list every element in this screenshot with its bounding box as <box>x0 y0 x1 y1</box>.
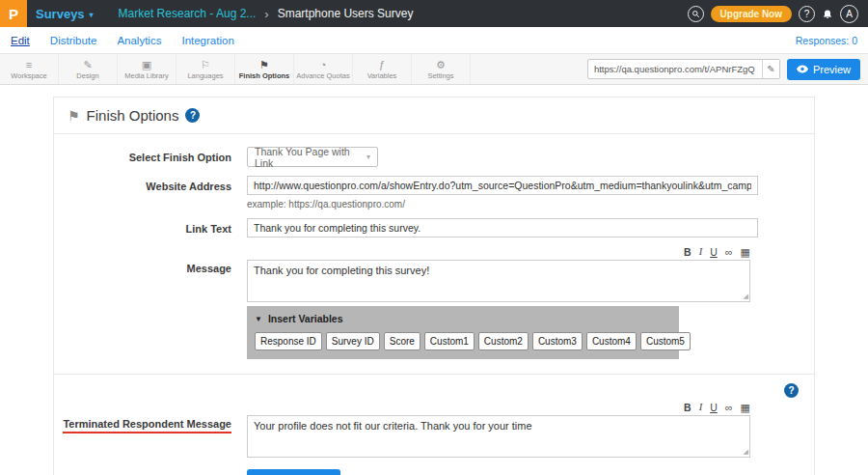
caret-down-icon: ▼ <box>255 315 262 323</box>
finish-options-help-icon[interactable]: ? <box>185 108 200 123</box>
toolbar-item-label: Workspace <box>11 71 46 80</box>
website-address-label: Website Address <box>54 176 243 210</box>
finish-option-row: Select Finish Option Thank You Page with… <box>54 147 814 167</box>
survey-url-input[interactable] <box>587 59 780 79</box>
page-title: Finish Options <box>87 107 179 124</box>
toolbar-item-languages[interactable]: ⚐ Languages <box>176 54 235 84</box>
save-row-spacer <box>54 466 243 475</box>
terminated-message-row: Terminated Respondent Message B I U ∞ ▦ … <box>54 402 814 458</box>
settings-icon: ⚙ <box>436 59 446 70</box>
link-icon[interactable]: ∞ <box>725 246 733 258</box>
link-icon[interactable]: ∞ <box>725 402 733 413</box>
toolbar-item-settings[interactable]: ⚙ Settings <box>412 54 471 84</box>
underline-button[interactable]: U <box>710 402 718 413</box>
media-library-icon: ▣ <box>142 59 151 70</box>
toolbar-item-label: Media Library <box>124 71 168 80</box>
finish-option-label: Select Finish Option <box>54 147 243 167</box>
topbar: P Surveys ▾ Market Research - Aug 2... ›… <box>0 0 868 27</box>
tab-analytics[interactable]: Analytics <box>117 35 161 46</box>
variable-button-score[interactable]: Score <box>384 332 420 350</box>
breadcrumb-parent[interactable]: Market Research - Aug 2... <box>119 7 257 20</box>
bold-button[interactable]: B <box>684 402 692 413</box>
variable-button-custom3[interactable]: Custom3 <box>532 332 583 350</box>
panel-header: ⚑ Finish Options ? <box>54 98 814 134</box>
breadcrumb-current: Smartphone Users Survey <box>278 7 414 20</box>
message-row: Message B I U ∞ ▦ Thank you for completi… <box>54 246 814 359</box>
variable-button-custom4[interactable]: Custom4 <box>586 332 637 350</box>
tab-edit[interactable]: Edit <box>11 35 30 46</box>
terminated-message-textarea[interactable]: Your profile does not fit our criteria. … <box>247 415 750 458</box>
avatar[interactable]: A <box>840 5 858 23</box>
variable-button-custom2[interactable]: Custom2 <box>478 332 529 350</box>
save-row: Save Changes <box>54 466 814 475</box>
breadcrumb-separator-icon: › <box>264 7 268 21</box>
toolbar-item-design[interactable]: ✎ Design <box>59 54 118 84</box>
finish-option-dropdown[interactable]: Thank You Page with Link ▾ <box>247 147 378 167</box>
preview-button[interactable]: Preview <box>787 59 860 80</box>
image-icon[interactable]: ▦ <box>741 402 750 413</box>
terminated-message-label-text: Terminated Respondent Message <box>63 418 231 433</box>
link-text-input[interactable] <box>247 218 758 238</box>
toolbar-item-variables[interactable]: ƒ Variables <box>353 54 412 84</box>
website-address-row: Website Address example: https://qa.ques… <box>54 176 814 210</box>
message-editor-toolbar: B I U ∞ ▦ <box>247 246 750 258</box>
bold-button[interactable]: B <box>684 246 692 258</box>
toolbar-item-advance-quotas[interactable]: ◔ Advance Quotas <box>294 54 353 84</box>
edit-toolbar: ≡ Workspace ✎ Design ▣ Media Library ⚐ L… <box>0 53 868 85</box>
product-switcher[interactable]: Surveys ▾ <box>36 7 94 21</box>
toolbar-item-workspace[interactable]: ≡ Workspace <box>0 54 59 84</box>
design-icon: ✎ <box>83 59 92 70</box>
website-address-helper: example: https://qa.questionpro.com/ <box>247 199 758 210</box>
topbar-actions: Upgrade Now ? A <box>688 5 868 23</box>
eye-icon <box>797 65 808 73</box>
finish-options-icon: ⚑ <box>259 59 269 70</box>
languages-icon: ⚐ <box>201 59 210 70</box>
upgrade-now-button[interactable]: Upgrade Now <box>711 6 792 22</box>
italic-button[interactable]: I <box>699 402 703 413</box>
product-label: Surveys <box>36 7 85 21</box>
responses-count[interactable]: Responses: 0 <box>796 35 857 46</box>
toolbar-item-label: Finish Options <box>239 71 290 80</box>
toolbar-item-media-library[interactable]: ▣ Media Library <box>118 54 176 84</box>
variable-button-survey-id[interactable]: Survey ID <box>326 332 380 350</box>
help-icon[interactable]: ? <box>799 6 815 22</box>
insert-variables-toggle[interactable]: ▼ Insert Variables <box>255 313 671 324</box>
resize-handle-icon[interactable]: ◢ <box>744 448 748 456</box>
edit-url-pencil-icon[interactable]: ✎ <box>762 60 779 78</box>
variable-button-response-id[interactable]: Response ID <box>255 332 322 350</box>
variables-icon: ƒ <box>379 59 385 70</box>
insert-variables-panel: ▼ Insert Variables Response ID Survey ID… <box>247 306 679 359</box>
toolbar-item-finish-options[interactable]: ⚑ Finish Options <box>235 54 294 84</box>
preview-label: Preview <box>813 64 851 75</box>
variable-button-custom1[interactable]: Custom1 <box>424 332 475 350</box>
finish-flag-icon: ⚑ <box>68 108 80 124</box>
toolbar-right: ✎ Preview <box>587 54 868 84</box>
search-icon[interactable] <box>688 6 704 22</box>
terminated-help-icon[interactable]: ? <box>784 383 799 398</box>
tab-distribute[interactable]: Distribute <box>50 35 97 46</box>
underline-button[interactable]: U <box>710 246 718 258</box>
terminated-help-row: ? <box>54 383 814 398</box>
terminated-editor-toolbar: B I U ∞ ▦ <box>247 402 750 413</box>
survey-nav: Edit Distribute Analytics Integration Re… <box>0 27 868 53</box>
variable-buttons: Response ID Survey ID Score Custom1 Cust… <box>255 332 671 350</box>
message-label: Message <box>54 246 243 359</box>
message-textarea[interactable]: Thank you for completing this survey! <box>247 260 750 302</box>
variable-button-custom5[interactable]: Custom5 <box>640 332 691 350</box>
toolbar-item-label: Settings <box>427 71 453 80</box>
advance-quotas-icon: ◔ <box>320 59 327 70</box>
finish-options-panel: ⚑ Finish Options ? Select Finish Option … <box>53 97 815 475</box>
website-address-input[interactable] <box>247 176 758 195</box>
finish-options-form: Select Finish Option Thank You Page with… <box>54 134 814 475</box>
notifications-bell-icon[interactable] <box>822 8 833 19</box>
tab-integration[interactable]: Integration <box>181 35 233 46</box>
toolbar-item-label: Design <box>76 71 98 80</box>
italic-button[interactable]: I <box>699 246 703 258</box>
toolbar-item-label: Advance Quotas <box>296 71 349 80</box>
survey-url-field: ✎ <box>587 59 780 79</box>
save-changes-button[interactable]: Save Changes <box>247 469 340 475</box>
image-icon[interactable]: ▦ <box>741 246 750 258</box>
questionpro-logo[interactable]: P <box>0 0 27 27</box>
terminated-message-label: Terminated Respondent Message <box>54 402 243 458</box>
resize-handle-icon[interactable]: ◢ <box>744 293 748 300</box>
